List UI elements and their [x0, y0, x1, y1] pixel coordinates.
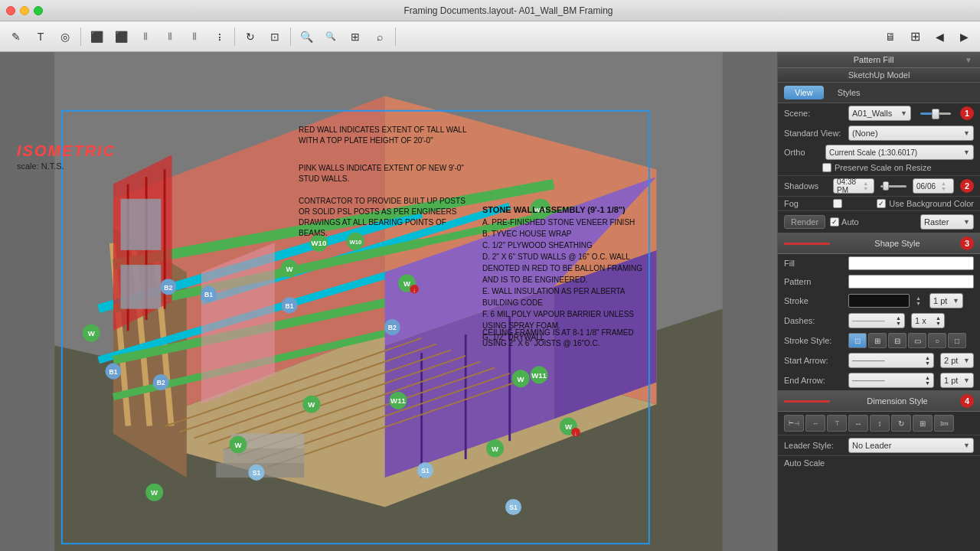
shadow-time-slider[interactable] — [880, 185, 906, 187]
standard-view-select[interactable]: (None) ▼ — [848, 126, 974, 141]
end-arrow-select[interactable]: ────── ▲ ▼ — [848, 373, 934, 388]
auto-render-checkbox[interactable] — [830, 217, 839, 227]
end-arrow-size-select[interactable]: 1 pt ▼ — [940, 373, 974, 388]
scale-button[interactable]: ⊡ — [263, 25, 286, 48]
svg-text:W10: W10 — [349, 239, 361, 246]
scale-select-arrow: ▼ — [963, 148, 970, 156]
shadow-date-input[interactable]: 06/06 ▲ ▼ — [913, 178, 954, 194]
stroke-weight-select[interactable]: 1 pt ▼ — [929, 293, 963, 308]
stroke-style-miter-icon[interactable]: ⊞ — [868, 333, 887, 348]
raster-select[interactable]: Raster ▼ — [920, 214, 974, 230]
monitor-button[interactable]: 🖥 — [879, 25, 902, 48]
pattern-fill-label: Pattern Fill — [784, 55, 963, 64]
shape-style-section: Shape Style 3 Fill Pattern Stroke — [778, 233, 980, 390]
svg-text:W: W — [286, 265, 294, 273]
dim-icon-8[interactable]: 3m — [934, 415, 954, 432]
fill-label: Fill — [784, 259, 845, 268]
annotation-1: RED WALL INDICATES EXTENT OF TALL WALL W… — [299, 125, 467, 146]
standard-view-label: Standard View: — [784, 129, 845, 138]
panel-collapse-button[interactable]: ▼ — [963, 56, 974, 64]
start-arrow-size-select[interactable]: 2 pt ▼ — [940, 353, 974, 368]
offset-tool-button[interactable]: ◎ — [54, 25, 77, 48]
fog-checkbox[interactable] — [833, 199, 842, 208]
scene-select[interactable]: A01_Walls ▼ — [848, 106, 911, 121]
stroke-color-swatch[interactable] — [848, 294, 910, 308]
titlebar: Framing Documents.layout- A01_Wall_BM Fr… — [0, 0, 980, 21]
zoom-in-button[interactable]: 🔍 — [295, 25, 318, 48]
maximize-button[interactable] — [34, 6, 43, 15]
time-stepper[interactable]: ▲ ▼ — [863, 181, 871, 191]
toolbar: ✎ T ◎ ⬛ ⬛ ⫴ ⫴ ⫴ ⫶ ↻ ⊡ 🔍 🔍 ⊞ ⌕ 🖥 ⊞ ◀ ▶ — [0, 21, 980, 52]
dim-icon-2[interactable]: ↔ — [805, 415, 825, 432]
column3-button[interactable]: ⫴ — [183, 25, 206, 48]
stroke-style-bevel-icon[interactable]: ⊟ — [888, 333, 906, 348]
distribute-button[interactable]: ⫶ — [207, 25, 230, 48]
raster-arrow: ▼ — [963, 218, 970, 226]
dimension-style-section: Dimension Style 4 ⊢⊣ ↔ ⊤ ↔ ↕ ↻ ⊞ 3m Lead… — [778, 390, 980, 470]
stroke-style-label: Stroke Style: — [784, 336, 845, 345]
start-arrow-select[interactable]: ────── ▲ ▼ — [848, 353, 934, 368]
view-tab[interactable]: View — [784, 86, 824, 99]
multiplier-select[interactable]: 1 x ▲ ▼ — [911, 313, 945, 328]
preserve-scale-checkbox[interactable] — [822, 163, 831, 172]
stroke-style-round-icon[interactable]: ⊡ — [848, 333, 867, 348]
toolbar-separator-2 — [234, 28, 235, 46]
pen-tool-button[interactable]: ✎ — [5, 25, 28, 48]
render-row: Render Auto Raster ▼ — [778, 210, 980, 233]
dashes-select[interactable]: ────── ▲ ▼ — [848, 313, 905, 328]
shadow-time-input[interactable]: 04:38 PM ▲ ▼ — [833, 178, 874, 194]
column2-button[interactable]: ⫴ — [158, 25, 181, 48]
scale-label: scale: N.T.S. — [17, 161, 116, 171]
canvas-area[interactable]: W W10 W10 W ↓ W W W11 W11 W — [0, 52, 777, 551]
scale-select[interactable]: Current Scale (1:30.6017) ▼ — [825, 145, 974, 160]
svg-text:W: W — [88, 329, 96, 337]
minimize-button[interactable] — [20, 6, 29, 15]
column-button[interactable]: ⫴ — [134, 25, 157, 48]
dim-icon-4[interactable]: ↔ — [848, 415, 868, 432]
stroke-style-square-cap-icon[interactable]: □ — [948, 333, 966, 348]
dim-icon-1[interactable]: ⊢⊣ — [784, 415, 804, 432]
text-tool-button[interactable]: T — [29, 25, 52, 48]
leader-style-select[interactable]: No Leader ▼ — [848, 438, 974, 453]
align-center-button[interactable]: ⬛ — [109, 25, 132, 48]
next-page-button[interactable]: ▶ — [952, 25, 975, 48]
fit-button[interactable]: ⊞ — [344, 25, 367, 48]
auto-scale-label: Auto Scale — [784, 458, 845, 468]
add-page-button[interactable]: ⊞ — [903, 25, 926, 48]
styles-tab[interactable]: Styles — [827, 86, 871, 99]
rotate-button[interactable]: ↻ — [239, 25, 262, 48]
standard-view-row: Standard View: (None) ▼ — [778, 123, 980, 143]
use-bg-color-checkbox[interactable] — [877, 199, 886, 208]
find-button[interactable]: ⌕ — [368, 25, 391, 48]
section-number-1: 1 — [960, 106, 974, 120]
stroke-style-butt-icon[interactable]: ▭ — [908, 333, 926, 348]
main-content: W W10 W10 W ↓ W W W11 W11 W — [0, 52, 980, 551]
align-left-button[interactable]: ⬛ — [85, 25, 108, 48]
dim-icon-3[interactable]: ⊤ — [827, 415, 847, 432]
svg-text:W: W — [492, 445, 499, 453]
svg-text:S1: S1 — [253, 469, 261, 477]
auto-render-checkbox-group: Auto — [830, 217, 859, 227]
shape-style-header: Shape Style 3 — [778, 233, 980, 254]
stroke-style-round-cap-icon[interactable]: ○ — [928, 333, 946, 348]
shadow-slider-thumb[interactable] — [883, 181, 889, 191]
fill-color-swatch[interactable] — [848, 256, 974, 270]
ortho-label: Ortho — [784, 148, 822, 157]
right-panel: Pattern Fill ▼ SketchUp Model View Style… — [777, 52, 980, 551]
dim-icon-7[interactable]: ⊞ — [913, 415, 933, 432]
stroke-weight-stepper[interactable]: ▲ ▼ — [916, 295, 925, 306]
prev-page-button[interactable]: ◀ — [928, 25, 951, 48]
view-label: ISOMETRIC — [17, 142, 116, 160]
render-button[interactable]: Render — [784, 215, 825, 229]
pattern-swatch[interactable] — [848, 275, 974, 289]
dim-icon-5[interactable]: ↕ — [870, 415, 890, 432]
dim-icon-6[interactable]: ↻ — [891, 415, 911, 432]
zoom-out-button[interactable]: 🔍 — [319, 25, 342, 48]
pattern-row: Pattern — [778, 272, 980, 291]
scene-slider[interactable] — [920, 112, 951, 115]
window-title: Framing Documents.layout- A01_Wall_BM Fr… — [43, 5, 974, 16]
svg-text:B1: B1 — [286, 302, 294, 310]
date-stepper[interactable]: ▲ ▼ — [941, 181, 950, 191]
scene-slider-thumb[interactable] — [932, 109, 939, 119]
close-button[interactable] — [6, 6, 15, 15]
